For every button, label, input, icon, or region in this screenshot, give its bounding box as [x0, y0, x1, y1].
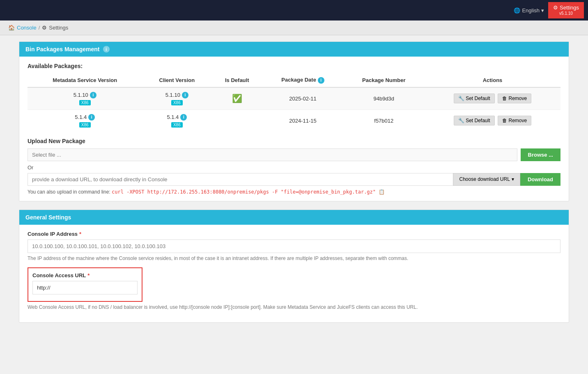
- is-default-cell-1: ✅: [211, 87, 262, 110]
- download-button[interactable]: Download: [520, 173, 560, 186]
- metadata-version-2: 5.1.4: [75, 114, 87, 120]
- metadata-version-info-2[interactable]: i: [88, 114, 95, 121]
- packages-table: Metadata Service Version Client Version …: [28, 73, 560, 132]
- settings-button[interactable]: ⚙ Settings v5.1.10: [548, 2, 584, 19]
- client-version-2: 5.1.4: [167, 114, 179, 120]
- metadata-version-1: 5.1.10: [74, 92, 88, 98]
- required-star-ip: *: [79, 231, 81, 237]
- bin-packages-title: Bin Packages Management: [25, 46, 100, 52]
- col-is-default: Is Default: [211, 73, 262, 87]
- bin-packages-section: Bin Packages Management i Available Pack…: [19, 41, 569, 201]
- actions-cell-2: 🔧 Set Default 🗑 Remove: [425, 109, 560, 132]
- or-text: Or: [28, 164, 560, 171]
- chevron-down-icon: ▾: [512, 176, 514, 182]
- bin-packages-body: Available Packages: Metadata Service Ver…: [19, 57, 569, 201]
- col-client-version: Client Version: [142, 73, 212, 87]
- choose-download-url-button[interactable]: Choose download URL ▾: [453, 173, 520, 186]
- general-settings-section: General Settings Console IP Address * Th…: [19, 210, 569, 323]
- globe-icon: 🌐: [514, 7, 520, 14]
- package-date-info-icon[interactable]: i: [318, 77, 324, 84]
- table-row: 5.1.4 i X86 5.1.4 i: [28, 109, 560, 132]
- remove-button-1[interactable]: 🗑 Remove: [498, 94, 531, 103]
- general-settings-body: Console IP Address * The IP address of t…: [19, 225, 569, 322]
- default-check-icon: ✅: [232, 94, 242, 103]
- bin-packages-info-icon[interactable]: i: [103, 46, 110, 52]
- col-package-date: Package Date i: [262, 73, 343, 87]
- language-button[interactable]: 🌐 English ▾: [514, 7, 544, 14]
- console-url-label: Console Access URL *: [32, 272, 138, 278]
- cmd-code: curl -XPOST http://172.16.255.163:8080/o…: [112, 189, 376, 195]
- home-icon: 🏠: [8, 25, 15, 31]
- client-version-info-2[interactable]: i: [180, 114, 187, 121]
- gear-icon-breadcrumb: ⚙: [42, 25, 47, 31]
- general-settings-title: General Settings: [25, 214, 71, 221]
- choose-url-label: Choose download URL: [459, 176, 510, 182]
- metadata-version-cell-2: 5.1.4 i X86: [28, 109, 142, 132]
- console-ip-label: Console IP Address *: [28, 231, 560, 237]
- client-version-info-1[interactable]: i: [182, 92, 188, 98]
- package-date-cell-1: 2025-02-11: [262, 87, 343, 110]
- console-url-group: Console Access URL * Web Console Access …: [28, 267, 560, 310]
- col-actions: Actions: [425, 73, 560, 87]
- metadata-version-cell: 5.1.10 i X86: [28, 87, 142, 110]
- client-version-cell-2: 5.1.4 i X86: [142, 109, 212, 132]
- cmd-prefix: You can also upload in command line:: [28, 189, 110, 195]
- metadata-arch-badge-1: X86: [79, 100, 91, 105]
- bin-packages-header: Bin Packages Management i: [19, 42, 569, 57]
- client-arch-badge-1: X86: [171, 100, 183, 105]
- col-package-number: Package Number: [343, 73, 425, 87]
- breadcrumb: 🏠 Console / ⚙ Settings: [0, 21, 588, 35]
- chevron-down-icon: ▾: [541, 7, 544, 14]
- language-label: English: [522, 7, 540, 14]
- package-date-cell-2: 2024-11-15: [262, 109, 343, 132]
- breadcrumb-separator: /: [39, 25, 40, 31]
- cmd-line-text: You can also upload in command line: cur…: [28, 189, 560, 195]
- browse-button[interactable]: Browse ...: [521, 148, 560, 161]
- available-packages-label: Available Packages:: [28, 63, 560, 69]
- metadata-arch-badge-2: X86: [79, 122, 91, 128]
- file-select-input[interactable]: [28, 148, 517, 161]
- top-navigation: 🌐 English ▾ ⚙ Settings v5.1.10: [0, 0, 588, 21]
- actions-cell-1: 🔧 Set Default 🗑 Remove: [425, 87, 560, 110]
- console-ip-group: Console IP Address * The IP address of t…: [28, 231, 560, 261]
- col-metadata-version: Metadata Service Version: [28, 73, 142, 87]
- client-version-1: 5.1.10: [165, 92, 180, 98]
- breadcrumb-current: Settings: [49, 25, 68, 31]
- console-ip-input[interactable]: [28, 239, 560, 253]
- version-label: v5.1.10: [559, 11, 573, 16]
- console-url-highlight-box: Console Access URL *: [28, 267, 142, 302]
- remove-button-2[interactable]: 🗑 Remove: [498, 116, 531, 125]
- main-content: Bin Packages Management i Available Pack…: [11, 35, 577, 337]
- file-input-row: Browse ...: [28, 148, 560, 161]
- client-version-cell-1: 5.1.10 i X86: [142, 87, 212, 110]
- set-default-button-1[interactable]: 🔧 Set Default: [454, 94, 495, 103]
- console-ip-desc: The IP address of the machine where the …: [28, 255, 560, 261]
- package-number-cell-1: 94b9d3d: [343, 87, 425, 110]
- required-star-url: *: [87, 272, 90, 278]
- download-url-input[interactable]: [28, 173, 453, 186]
- settings-label: Settings: [560, 5, 579, 11]
- url-input-row: Choose download URL ▾ Download: [28, 173, 560, 186]
- table-row: 5.1.10 i X86 5.1.10 i: [28, 87, 560, 110]
- metadata-version-info-1[interactable]: i: [90, 92, 96, 98]
- upload-new-package-label: Upload New Package: [28, 138, 560, 144]
- general-settings-header: General Settings: [19, 210, 569, 225]
- is-default-cell-2: [211, 109, 262, 132]
- copy-icon[interactable]: 📋: [379, 189, 385, 195]
- console-url-desc: Web Console Access URL, if no DNS / load…: [28, 304, 560, 310]
- package-number-cell-2: f57b012: [343, 109, 425, 132]
- client-arch-badge-2: X86: [171, 122, 183, 128]
- set-default-button-2[interactable]: 🔧 Set Default: [454, 116, 495, 125]
- table-header-row: Metadata Service Version Client Version …: [28, 73, 560, 87]
- breadcrumb-home[interactable]: Console: [17, 25, 37, 31]
- gear-icon: ⚙: [553, 5, 558, 11]
- console-url-input[interactable]: [32, 281, 138, 294]
